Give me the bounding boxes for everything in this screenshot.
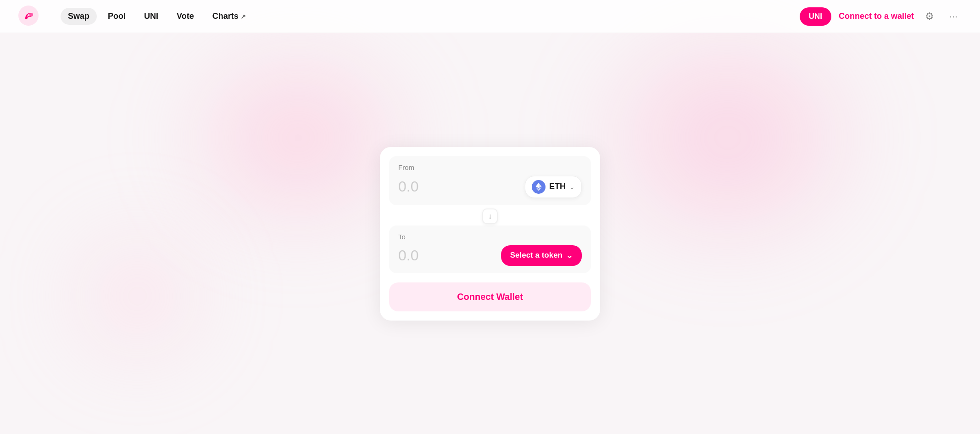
from-section: From ETH ⌄ [389,156,591,205]
nav-swap[interactable]: Swap [61,8,97,25]
from-label: From [398,163,582,171]
select-token-chevron-icon: ⌄ [566,251,573,260]
select-token-button[interactable]: Select a token ⌄ [501,245,582,266]
from-token-chevron: ⌄ [569,183,575,191]
connect-wallet-button[interactable]: Connect Wallet [389,282,591,311]
eth-token-selector[interactable]: ETH ⌄ [525,176,582,198]
more-menu-icon[interactable]: ··· [945,8,962,25]
svg-point-0 [18,6,39,26]
nav-charts[interactable]: Charts ↗ [205,8,253,25]
main-content: From ETH ⌄ [0,33,980,434]
nav-uni[interactable]: UNI [137,8,166,25]
from-token-row: ETH ⌄ [398,176,582,198]
from-amount-input[interactable] [398,178,490,195]
nav-right: UNI Connect to a wallet ⚙ ··· [800,7,962,26]
to-section: To Select a token ⌄ [389,225,591,273]
to-amount-input[interactable] [398,247,490,264]
arrow-down-icon: ↓ [488,212,492,220]
uni-badge[interactable]: UNI [800,7,831,26]
nav-connect-wallet[interactable]: Connect to a wallet [839,11,914,21]
swap-arrow-container: ↓ [389,207,591,225]
nav-links: Swap Pool UNI Vote Charts ↗ [61,8,800,25]
select-token-label: Select a token [510,251,562,260]
settings-icon[interactable]: ⚙ [921,8,938,25]
swap-direction-button[interactable]: ↓ [482,209,498,224]
to-label: To [398,233,582,241]
nav-pool[interactable]: Pool [100,8,133,25]
nav-vote[interactable]: Vote [169,8,201,25]
navbar: Swap Pool UNI Vote Charts ↗ UNI Connect … [0,0,980,33]
logo[interactable] [18,6,50,28]
external-link-icon: ↗ [240,13,246,20]
from-token-name: ETH [549,182,566,192]
to-token-row: Select a token ⌄ [398,245,582,266]
swap-card: From ETH ⌄ [380,147,600,321]
